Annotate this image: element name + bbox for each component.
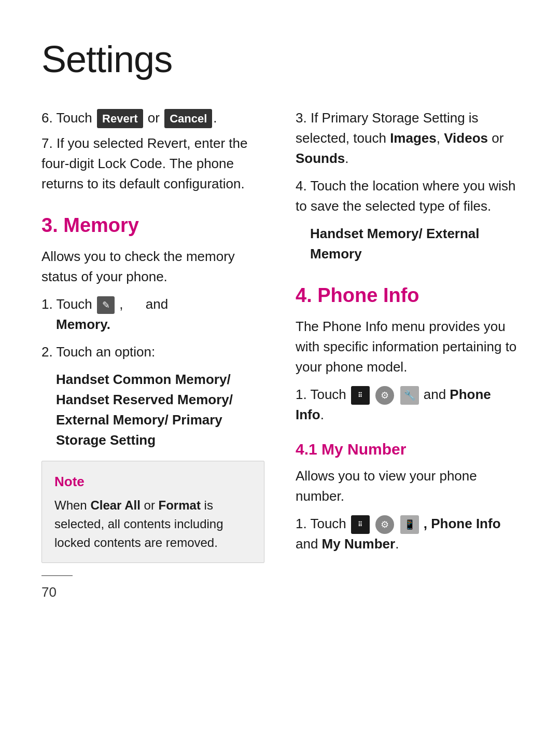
my-number-step1-prefix: 1. Touch bbox=[296, 516, 346, 531]
right-column: 3. If Primary Storage Setting is selecte… bbox=[296, 108, 519, 561]
memory-step2-text: 2. Touch an option: bbox=[41, 344, 155, 360]
note-label: Note bbox=[54, 472, 251, 492]
phone-info-description: The Phone Info menu provides you with sp… bbox=[296, 317, 519, 377]
step7-text: 7. If you selected Revert, enter the fou… bbox=[41, 135, 247, 191]
cancel-button: Cancel bbox=[164, 109, 212, 128]
step-3-storage: 3. If Primary Storage Setting is selecte… bbox=[296, 108, 519, 169]
left-column: 6. Touch Revert or Cancel. 7. If you sel… bbox=[41, 108, 264, 602]
page-title: Settings bbox=[41, 31, 519, 87]
memory-step1-suffix: , and bbox=[119, 296, 168, 312]
settings-circle-icon-2: ⚙ bbox=[375, 515, 394, 534]
memory-step1-bold: Memory. bbox=[41, 317, 110, 332]
memory-step1-prefix: 1. Touch bbox=[41, 296, 92, 312]
memory-description: Allows you to check the memory status of… bbox=[41, 246, 264, 287]
step-4-location: 4. Touch the location where you wish to … bbox=[296, 176, 519, 216]
phone-info-step1-prefix: 1. Touch bbox=[296, 387, 346, 402]
step6-or: or bbox=[148, 110, 160, 126]
page-number: 70 bbox=[41, 582, 264, 602]
wrench-icon: 🔧 bbox=[400, 386, 419, 405]
step6-text: 6. Touch bbox=[41, 110, 92, 126]
memory-types-text: Handset Memory/ External Memory bbox=[310, 226, 480, 262]
phone-icon: 📱 bbox=[400, 515, 419, 534]
step4-text: 4. Touch the location where you wish to … bbox=[296, 178, 515, 214]
my-number-description: Allows you to view your phone number. bbox=[296, 466, 519, 506]
memory-step-1: 1. Touch ✎ , and Memory. bbox=[41, 294, 264, 335]
divider bbox=[41, 575, 73, 576]
memory-options: Handset Common Memory/ Handset Reserved … bbox=[41, 369, 264, 450]
settings-circle-icon: ⚙ bbox=[375, 386, 394, 405]
step-7: 7. If you selected Revert, enter the fou… bbox=[41, 133, 264, 194]
phone-info-heading: 4. Phone Info bbox=[296, 281, 519, 310]
pencil-icon: ✎ bbox=[97, 296, 115, 314]
grid-icon-2: ⠿ bbox=[351, 515, 370, 534]
my-number-heading: 4.1 My Number bbox=[296, 437, 519, 461]
revert-button: Revert bbox=[97, 109, 143, 128]
grid-icon: ⠿ bbox=[351, 386, 370, 405]
note-text: When Clear All or Format is selected, al… bbox=[54, 496, 251, 552]
memory-step-2: 2. Touch an option: bbox=[41, 342, 264, 362]
note-box: Note When Clear All or Format is selecte… bbox=[41, 461, 264, 563]
my-number-step-1: 1. Touch ⠿ ⚙ 📱 , Phone Info and My Numbe… bbox=[296, 514, 519, 554]
memory-section-heading: 3. Memory bbox=[41, 211, 264, 240]
step-6: 6. Touch Revert or Cancel. bbox=[41, 108, 264, 128]
phone-info-step-1: 1. Touch ⠿ ⚙ 🔧 and Phone Info. bbox=[296, 384, 519, 425]
memory-types: Handset Memory/ External Memory bbox=[296, 224, 519, 264]
